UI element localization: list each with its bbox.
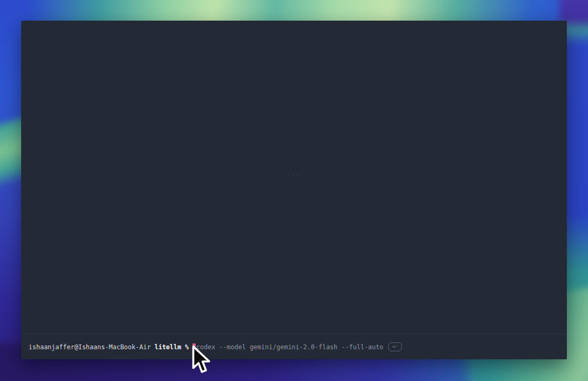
autosuggestion-command: codex --model gemini/gemini-2.0-flash --… xyxy=(196,343,383,351)
accept-suggestion-key-hint: →· xyxy=(388,342,402,351)
terminal-scrollback[interactable]: ... xyxy=(21,21,567,334)
terminal-window[interactable]: ... ishaanjaffer@Ishaans-MacBook-Air lit… xyxy=(21,21,567,359)
loading-ellipsis: ... xyxy=(287,171,302,178)
prompt-directory: litellm xyxy=(154,343,181,351)
prompt-symbol: % xyxy=(185,343,189,351)
command-prompt-line[interactable]: ishaanjaffer@Ishaans-MacBook-Air litellm… xyxy=(21,334,567,359)
desktop: ... ishaanjaffer@Ishaans-MacBook-Air lit… xyxy=(0,0,588,381)
prompt-user-host: ishaanjaffer@Ishaans-MacBook-Air xyxy=(29,343,151,351)
text-caret xyxy=(192,343,196,351)
